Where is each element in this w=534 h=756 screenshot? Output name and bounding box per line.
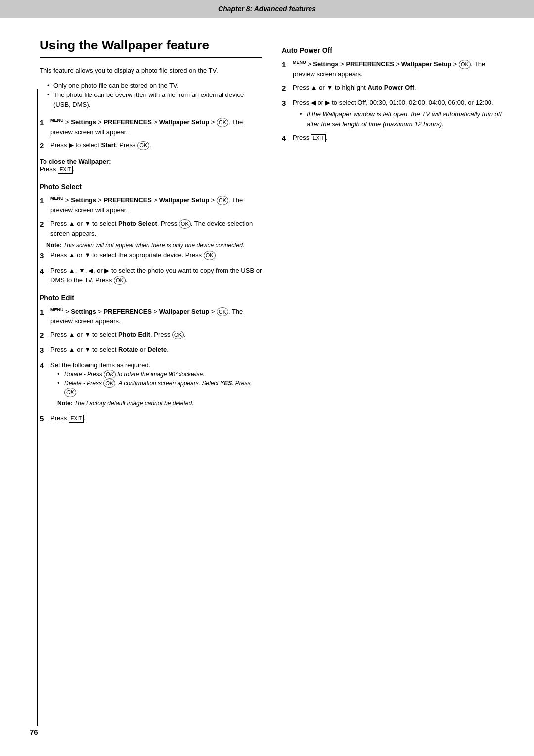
ok-btn-ps3: OK: [204, 251, 216, 260]
photo-select-step-1: 1 MENU > Settings > PREFERENCES > Wallpa…: [40, 195, 262, 215]
auto-power-step-3: 3 Press ◀ or ▶ to select Off, 00:30, 01:…: [282, 98, 504, 129]
left-border-line: [37, 89, 38, 726]
page: Chapter 8: Advanced features Using the W…: [0, 0, 534, 756]
photo-edit-step-2: 2 Press ▲ or ▼ to select Photo Edit. Pre…: [40, 330, 262, 341]
ok-btn-1: OK: [217, 118, 228, 127]
chapter-header: Chapter 8: Advanced features: [0, 0, 534, 18]
main-step-2: 2 Press ▶ to select Start. Press OK.: [40, 141, 262, 152]
ok-btn-2: OK: [137, 141, 149, 150]
photo-select-note: Note: This screen will not appear when t…: [40, 242, 262, 249]
auto-power-off-heading: Auto Power Off: [282, 47, 504, 54]
page-number: 76: [30, 728, 38, 736]
close-wallpaper-label: To close the Wallpaper:: [40, 158, 111, 165]
page-footer: 76: [30, 728, 38, 736]
auto-power-step-1: 1 MENU > Settings > PREFERENCES > Wallpa…: [282, 59, 504, 79]
photo-select-step-2: 2 Press ▲ or ▼ to select Photo Select. P…: [40, 219, 262, 238]
intro-bullets: Only one photo file can be stored on the…: [47, 81, 262, 110]
exit-btn-ap4: EXIT: [311, 134, 326, 142]
right-column: Auto Power Off 1 MENU > Settings > PREFE…: [282, 38, 504, 428]
photo-edit-step-5: 5 Press EXIT.: [40, 413, 262, 425]
bullet-2: The photo file can be overwritten with a…: [47, 90, 262, 109]
ok-btn-yes: OK: [64, 388, 76, 397]
chapter-title: Chapter 8: Advanced features: [218, 5, 316, 13]
page-title: Using the Wallpaper feature: [40, 38, 262, 58]
photo-edit-sub-bullets: Rotate - Press OK to rotate the image 90…: [50, 370, 262, 397]
exit-btn-pe5: EXIT: [69, 415, 84, 423]
photo-edit-step-3: 3 Press ▲ or ▼ to select Rotate or Delet…: [40, 345, 262, 356]
exit-btn-close: EXIT: [58, 166, 73, 174]
ok-btn-rotate: OK: [104, 370, 116, 379]
ok-btn-ps2: OK: [179, 219, 191, 229]
ok-btn-ap1: OK: [459, 60, 471, 69]
ok-btn-ps4: OK: [114, 276, 126, 285]
close-wallpaper-section: To close the Wallpaper: Press EXIT.: [40, 158, 262, 174]
intro-text: This feature allows you to display a pho…: [40, 66, 262, 76]
photo-select-heading: Photo Select: [40, 183, 262, 190]
sub-bullet-delete: Delete - Press OK. A confirmation screen…: [57, 379, 262, 397]
photo-edit-note: Note: The Factory default image cannot b…: [50, 399, 262, 408]
photo-select-step-3: 3 Press ▲ or ▼ to select the appropriate…: [40, 250, 262, 262]
auto-power-sub-1: If the Wallpaper window is left open, th…: [300, 109, 504, 129]
menu-icon-ap1: MENU: [293, 60, 306, 65]
ok-btn-ps1: OK: [217, 196, 228, 205]
menu-icon: MENU: [50, 118, 64, 123]
ok-btn-pe2: OK: [172, 331, 184, 340]
ok-btn-pe1: OK: [217, 307, 228, 317]
photo-select-step-4: 4 Press ▲, ▼, ◀, or ▶ to select the phot…: [40, 266, 262, 285]
menu-icon-pe1: MENU: [50, 307, 64, 312]
auto-power-sub-bullets: If the Wallpaper window is left open, th…: [293, 109, 504, 129]
close-wallpaper-action: Press EXIT.: [40, 165, 75, 173]
photo-edit-step-1: 1 MENU > Settings > PREFERENCES > Wallpa…: [40, 307, 262, 326]
main-step-1: 1 MENU > Settings > PREFERENCES > Wallpa…: [40, 117, 262, 137]
main-content: Using the Wallpaper feature This feature…: [0, 18, 534, 448]
photo-edit-heading: Photo Edit: [40, 294, 262, 302]
photo-edit-step-4: 4 Set the following items as required. R…: [40, 360, 262, 409]
ok-btn-delete: OK: [103, 379, 115, 388]
left-column: Using the Wallpaper feature This feature…: [40, 38, 262, 428]
bullet-1: Only one photo file can be stored on the…: [47, 81, 262, 91]
auto-power-step-2: 2 Press ▲ or ▼ to highlight Auto Power O…: [282, 83, 504, 94]
menu-icon-ps1: MENU: [50, 196, 64, 201]
auto-power-step-4: 4 Press EXIT.: [282, 133, 504, 144]
sub-bullet-rotate: Rotate - Press OK to rotate the image 90…: [57, 370, 262, 379]
